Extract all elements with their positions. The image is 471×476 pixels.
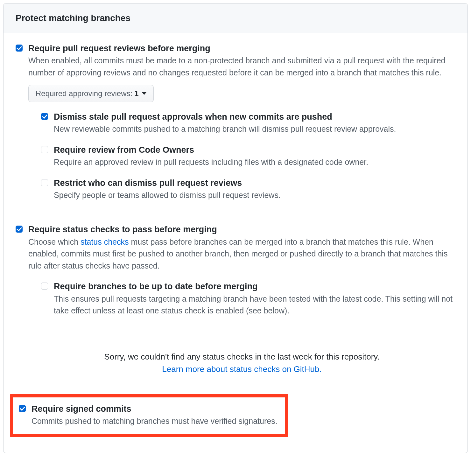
- section-require-status-checks: Require status checks to pass before mer…: [4, 214, 467, 387]
- checkbox-code-owners[interactable]: [41, 146, 48, 153]
- panel-header: Protect matching branches: [4, 4, 467, 33]
- link-status-checks[interactable]: status checks: [81, 237, 129, 246]
- desc-restrict-dismiss: Specify people or teams allowed to dismi…: [54, 189, 455, 201]
- checkbox-require-pr-reviews[interactable]: [16, 45, 23, 52]
- section-require-pr-reviews: Require pull request reviews before merg…: [4, 33, 467, 214]
- label-restrict-dismiss: Restrict who can dismiss pull request re…: [54, 177, 455, 189]
- empty-text: Sorry, we couldn't find any status check…: [28, 352, 455, 362]
- option-code-owners: Require review from Code Owners Require …: [41, 144, 455, 168]
- desc-require-pr-reviews: When enabled, all commits must be made t…: [28, 55, 455, 79]
- option-dismiss-stale: Dismiss stale pull request approvals whe…: [41, 111, 455, 135]
- dropdown-required-approving-reviews[interactable]: Required approving reviews: 1: [28, 85, 154, 102]
- dropdown-label: Required approving reviews:: [36, 88, 132, 98]
- label-code-owners: Require review from Code Owners: [54, 144, 455, 156]
- checkbox-restrict-dismiss[interactable]: [41, 179, 48, 186]
- status-checks-empty-state: Sorry, we couldn't find any status check…: [28, 352, 455, 374]
- desc-code-owners: Require an approved review in pull reque…: [54, 156, 455, 168]
- desc-text: Choose which: [28, 237, 81, 246]
- label-require-pr-reviews: Require pull request reviews before merg…: [28, 43, 455, 54]
- checkbox-up-to-date[interactable]: [41, 283, 48, 290]
- checkbox-require-status-checks[interactable]: [16, 226, 23, 233]
- checkbox-require-signed-commits[interactable]: [19, 405, 26, 412]
- desc-require-signed-commits: Commits pushed to matching branches must…: [32, 415, 278, 427]
- branch-protection-panel: Protect matching branches Require pull r…: [3, 3, 468, 453]
- option-up-to-date: Require branches to be up to date before…: [41, 281, 455, 317]
- panel-title: Protect matching branches: [16, 13, 455, 23]
- option-restrict-dismiss: Restrict who can dismiss pull request re…: [41, 177, 455, 201]
- label-dismiss-stale: Dismiss stale pull request approvals whe…: [54, 111, 455, 122]
- desc-require-status-checks: Choose which status checks must pass bef…: [28, 236, 455, 272]
- caret-down-icon: [142, 92, 146, 95]
- desc-dismiss-stale: New reviewable commits pushed to a match…: [54, 123, 455, 135]
- link-learn-more-status-checks[interactable]: Learn more about status checks on GitHub…: [162, 364, 322, 374]
- label-up-to-date: Require branches to be up to date before…: [54, 281, 455, 292]
- option-require-status-checks: Require status checks to pass before mer…: [16, 224, 455, 374]
- section-require-signed-commits: Require signed commits Commits pushed to…: [4, 387, 467, 453]
- option-require-signed-commits: Require signed commits Commits pushed to…: [19, 403, 278, 427]
- label-require-status-checks: Require status checks to pass before mer…: [28, 224, 455, 235]
- highlight-require-signed-commits: Require signed commits Commits pushed to…: [10, 394, 288, 437]
- checkbox-dismiss-stale[interactable]: [41, 113, 48, 120]
- dropdown-value: 1: [134, 88, 138, 98]
- option-require-pr-reviews: Require pull request reviews before merg…: [16, 43, 455, 201]
- desc-up-to-date: This ensures pull requests targeting a m…: [54, 293, 455, 317]
- label-require-signed-commits: Require signed commits: [32, 403, 278, 415]
